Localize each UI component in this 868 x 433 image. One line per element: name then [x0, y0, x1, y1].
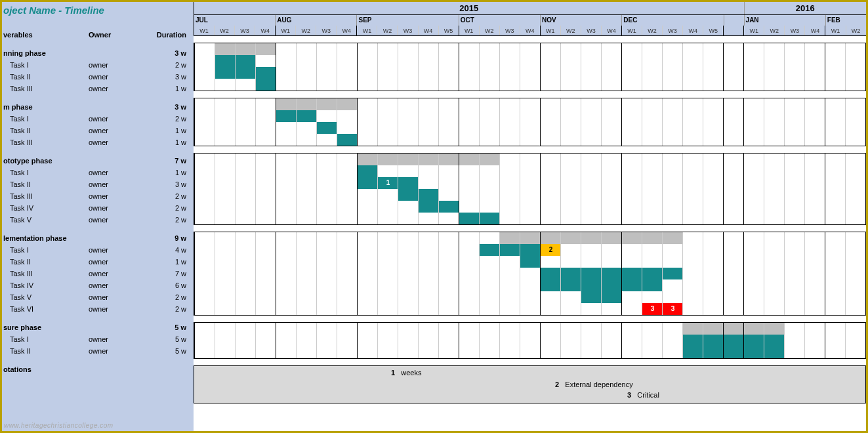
col-owner: Owner	[89, 31, 144, 39]
month-cell: AUG	[275, 15, 356, 26]
task-name: Task I	[3, 246, 89, 254]
week-cell: W2	[764, 26, 784, 35]
task-owner: owner	[89, 246, 144, 254]
month-cell: JAN	[744, 15, 825, 26]
task-owner: owner	[89, 169, 144, 176]
gantt-body: 12331 weeks2 External dependency3 Critic…	[194, 36, 866, 403]
week-cell: W5	[438, 26, 459, 35]
col-deliverables: verables	[3, 31, 89, 39]
month-cell: FEB	[825, 15, 866, 26]
month-row: JULAUGSEPOCTNOVDECJANFEB	[194, 15, 866, 26]
week-cell: W2	[377, 26, 397, 35]
week-cell: W1	[621, 26, 642, 35]
task-name: Task I	[3, 115, 89, 123]
task-owner: owner	[89, 180, 144, 188]
task-duration: 2 w	[144, 216, 190, 224]
task-duration: 6 w	[144, 281, 190, 289]
gantt-section	[194, 322, 866, 359]
phase-name: ototype phase	[3, 157, 89, 165]
task-owner: owner	[89, 216, 144, 224]
week-cell: W3	[784, 26, 804, 35]
task-duration: 5 w	[144, 347, 190, 355]
phase-duration: 3 w	[144, 103, 190, 111]
task-owner: owner	[89, 305, 144, 313]
columns-header: verables Owner Duration	[2, 29, 194, 41]
month-cell: JUL	[194, 15, 275, 26]
week-cell: W4	[682, 26, 703, 35]
week-cell: W5	[703, 26, 723, 35]
week-cell: W4	[601, 26, 621, 35]
week-cell: W2	[214, 26, 234, 35]
annotations-label: otations	[3, 365, 89, 373]
week-cell: W4	[804, 26, 825, 35]
week-cell: W1	[194, 26, 214, 35]
task-name: Task I	[3, 169, 89, 176]
week-cell: W3	[662, 26, 682, 35]
task-duration: 1 w	[144, 138, 190, 146]
task-name: Task IV	[3, 204, 89, 212]
week-cell: W2	[642, 26, 662, 35]
phase-name: m phase	[3, 103, 89, 111]
week-cell: W3	[316, 26, 336, 35]
week-cell: W1	[356, 26, 377, 35]
week-cell: W1	[459, 26, 479, 35]
month-cell: SEP	[356, 15, 458, 26]
week-cell: W3	[499, 26, 520, 35]
week-cell: W4	[418, 26, 438, 35]
gantt-section: 233	[194, 232, 866, 316]
task-name: Task IV	[3, 281, 89, 289]
week-cell: W1	[825, 26, 845, 35]
year-cell: 2016	[744, 2, 866, 14]
year-cell: 2015	[194, 2, 744, 14]
task-duration: 1 w	[144, 258, 190, 266]
task-duration: 3 w	[144, 180, 190, 188]
gantt-section	[194, 43, 866, 91]
task-owner: owner	[89, 73, 144, 81]
gantt-section	[194, 98, 866, 146]
week-cell: W2	[846, 26, 866, 35]
legend-item: 3 Critical	[627, 391, 659, 399]
week-cell: W1	[275, 26, 295, 35]
task-duration: 4 w	[144, 246, 190, 254]
task-duration: 1 w	[144, 127, 190, 134]
month-cell: NOV	[540, 15, 621, 26]
phase-duration: 7 w	[144, 157, 190, 165]
task-name: Task III	[3, 270, 89, 278]
legend-item: 1 weeks	[391, 369, 421, 377]
phase-name: lementation phase	[3, 234, 89, 242]
task-name: Task III	[3, 85, 89, 93]
legend-item: 2 External dependency	[555, 381, 633, 388]
task-name: Task V	[3, 216, 89, 224]
task-duration: 5 w	[144, 335, 190, 343]
week-cell: W3	[581, 26, 601, 35]
col-duration: Duration	[144, 31, 190, 39]
task-owner: owner	[89, 115, 144, 123]
task-name: Task V	[3, 293, 89, 301]
watermark: www.heritagechristiancollege.com	[4, 422, 114, 429]
task-owner: owner	[89, 258, 144, 266]
task-name: Task III	[3, 138, 89, 146]
week-cell: W3	[234, 26, 255, 35]
task-duration: 2 w	[144, 293, 190, 301]
task-name: Task II	[3, 73, 89, 81]
gantt-section: 1	[194, 153, 866, 225]
task-owner: owner	[89, 270, 144, 278]
task-owner: owner	[89, 281, 144, 289]
week-cell: W1	[540, 26, 560, 35]
week-cell: W4	[255, 26, 275, 35]
task-owner: owner	[89, 61, 144, 69]
timeline-panel: 20152016 JULAUGSEPOCTNOVDECJANFEB W1W2W3…	[194, 2, 866, 431]
task-owner: owner	[89, 127, 144, 134]
legend: 1 weeks2 External dependency3 Critical	[194, 365, 866, 403]
task-owner: owner	[89, 138, 144, 146]
task-name: Task III	[3, 192, 89, 200]
phase-name: nning phase	[3, 49, 89, 57]
week-row: W1W2W3W4W1W2W3W4W1W2W3W4W5W1W2W3W4W1W2W3…	[194, 26, 866, 36]
phase-duration: 3 w	[144, 49, 190, 57]
project-title: oject Name - Timeline	[2, 2, 194, 18]
task-duration: 7 w	[144, 270, 190, 278]
week-cell: W2	[295, 26, 316, 35]
task-owner: owner	[89, 204, 144, 212]
task-duration: 2 w	[144, 305, 190, 313]
task-owner: owner	[89, 293, 144, 301]
